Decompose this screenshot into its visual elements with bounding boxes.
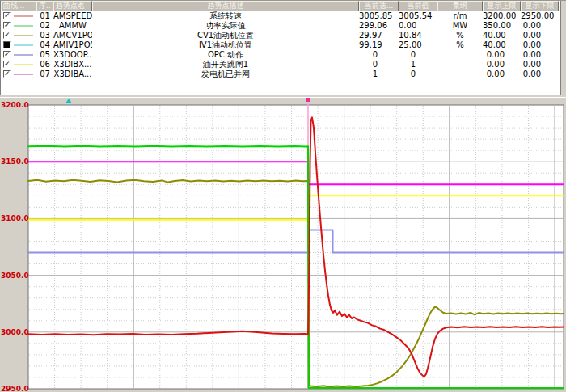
- point-name: X3DIBX...: [53, 60, 92, 70]
- current-value: 1: [399, 60, 437, 70]
- point-name: X3DIBA...: [53, 70, 92, 79]
- row-index: 02: [36, 21, 53, 31]
- signal-row[interactable]: ✓03AMCV1POSICV1油动机位置29.9710.84%40.000.00: [1, 31, 566, 40]
- table-scrollbar-strip[interactable]: [560, 1, 566, 95]
- curve-color-swatch: [14, 25, 33, 27]
- current-value: 0.00: [399, 21, 437, 31]
- visibility-checkbox[interactable]: ✓: [3, 22, 11, 29]
- offscale-clip-marker-icon: [65, 99, 72, 103]
- signal-row[interactable]: ✓06X3DIBX...油开关跳闸1010.000.00: [1, 60, 566, 70]
- point-description: IV1油动机位置: [92, 40, 359, 50]
- display-upper-limit: 350.00: [483, 21, 521, 31]
- curve-color-swatch: [14, 64, 33, 65]
- signal-table-body: ✓01AMSPEED系统转速3005.853005.54r/m3200.0029…: [1, 11, 566, 79]
- curve-cell: ✓: [1, 11, 36, 21]
- column-header-display-upper-limit[interactable]: 显示上限: [483, 1, 521, 11]
- display-lower-limit: 0.00: [521, 70, 559, 79]
- unit: MW: [437, 21, 483, 31]
- trend-chart-panel: 3200.03150.03100.03050.03000.02950.0: [0, 98, 566, 392]
- y-axis-tick-label: 3200.0: [1, 101, 27, 109]
- curve-color-swatch: [14, 74, 33, 75]
- column-header-current-value[interactable]: 当前值: [399, 1, 437, 11]
- curve-color-swatch: [14, 35, 33, 36]
- point-name: AMIV1POSI: [53, 40, 92, 50]
- y-axis-tick-label: 2950.0: [1, 385, 27, 392]
- y-axis-tick-label: 3100.0: [1, 214, 27, 222]
- visibility-checkbox[interactable]: ✓: [3, 61, 11, 68]
- current-selected-value: 0: [359, 50, 399, 60]
- current-value: 25.00: [399, 40, 437, 50]
- curve-cell: [1, 40, 36, 50]
- display-lower-limit: 2950.00: [521, 11, 559, 21]
- curve-cell: ✓: [1, 70, 36, 79]
- column-header-point-name[interactable]: 趋势点名: [53, 1, 92, 11]
- visibility-checkbox[interactable]: ✓: [3, 70, 11, 78]
- trend-chart[interactable]: [0, 98, 566, 392]
- curve-cell: ✓: [1, 50, 36, 60]
- column-header-selected-value[interactable]: 当前选...: [359, 1, 399, 11]
- current-selected-value: 299.06: [359, 21, 399, 31]
- curve-color-swatch: [14, 44, 33, 46]
- point-description: CV1油动机位置: [92, 31, 359, 40]
- signal-table-header: 曲线...序..趋势点名趋势点描述当前选...当前值量纲显示上限显示下限: [1, 1, 566, 11]
- unit: [437, 50, 483, 60]
- point-name: AMCV1POSI: [53, 31, 92, 40]
- curve-cell: ✓: [1, 60, 36, 70]
- display-upper-limit: 0.00: [483, 70, 521, 79]
- signal-row[interactable]: ✓05X3DOOP...OPC 动作000.000.00: [1, 50, 566, 60]
- display-upper-limit: 40.00: [483, 40, 521, 50]
- current-value: 0: [399, 50, 437, 60]
- visibility-checkbox[interactable]: ✓: [3, 32, 11, 39]
- time-cursor-marker[interactable]: [306, 98, 310, 102]
- unit: [437, 60, 483, 70]
- current-selected-value: 1: [359, 70, 399, 79]
- current-selected-value: 3005.85: [359, 11, 399, 21]
- point-description: 功率实际值: [92, 21, 359, 31]
- curve-cell: ✓: [1, 31, 36, 40]
- unit: r/m: [437, 11, 483, 21]
- column-header-curve[interactable]: 曲线...: [1, 1, 36, 11]
- visibility-checkbox[interactable]: [3, 41, 11, 48]
- visibility-checkbox[interactable]: ✓: [3, 51, 11, 58]
- signal-table: 曲线...序..趋势点名趋势点描述当前选...当前值量纲显示上限显示下限 ✓01…: [0, 0, 566, 95]
- point-description: OPC 动作: [92, 50, 359, 60]
- row-index: 05: [36, 50, 53, 60]
- trend-recorder-window: 曲线...序..趋势点名趋势点描述当前选...当前值量纲显示上限显示下限 ✓01…: [0, 0, 566, 392]
- row-index: 07: [36, 70, 53, 79]
- current-value: 3005.54: [399, 11, 437, 21]
- display-lower-limit: 0.00: [521, 60, 559, 70]
- point-description: 发电机已并网: [92, 70, 359, 79]
- unit: %: [437, 40, 483, 50]
- display-upper-limit: 3200.00: [483, 11, 521, 21]
- row-index: 03: [36, 31, 53, 40]
- column-header-point-description[interactable]: 趋势点描述: [92, 1, 359, 11]
- display-lower-limit: 0.00: [521, 50, 559, 60]
- visibility-checkbox[interactable]: ✓: [3, 12, 11, 19]
- column-header-display-lower-limit[interactable]: 显示下限: [521, 1, 559, 11]
- column-header-index[interactable]: 序..: [36, 1, 53, 11]
- point-description: 系统转速: [92, 11, 359, 21]
- current-value: 0: [399, 70, 437, 79]
- y-axis-tick-label: 3050.0: [1, 272, 27, 280]
- unit: %: [437, 31, 483, 40]
- curve-cell: ✓: [1, 21, 36, 31]
- column-header-unit[interactable]: 量纲: [437, 1, 483, 11]
- display-lower-limit: 0.00: [521, 40, 559, 50]
- point-description: 油开关跳闸1: [92, 60, 359, 70]
- signal-row[interactable]: ✓02AMMW功率实际值299.060.00MW350.000.00: [1, 21, 566, 31]
- row-index: 06: [36, 60, 53, 70]
- y-axis-tick-label: 3000.0: [1, 328, 27, 336]
- current-value: 10.84: [399, 31, 437, 40]
- display-upper-limit: 0.00: [483, 60, 521, 70]
- row-index: 04: [36, 40, 53, 50]
- current-selected-value: 0: [359, 60, 399, 70]
- signal-row[interactable]: 04AMIV1POSIIV1油动机位置99.1925.00%40.000.00: [1, 40, 566, 50]
- signal-row[interactable]: ✓01AMSPEED系统转速3005.853005.54r/m3200.0029…: [1, 11, 566, 21]
- point-name: AMSPEED: [53, 11, 92, 21]
- display-upper-limit: 40.00: [483, 31, 521, 40]
- row-index: 01: [36, 11, 53, 21]
- signal-row[interactable]: ✓07X3DIBA...发电机已并网100.000.00: [1, 70, 566, 79]
- current-selected-value: 29.97: [359, 31, 399, 40]
- current-selected-value: 99.19: [359, 40, 399, 50]
- curve-color-swatch: [14, 54, 33, 56]
